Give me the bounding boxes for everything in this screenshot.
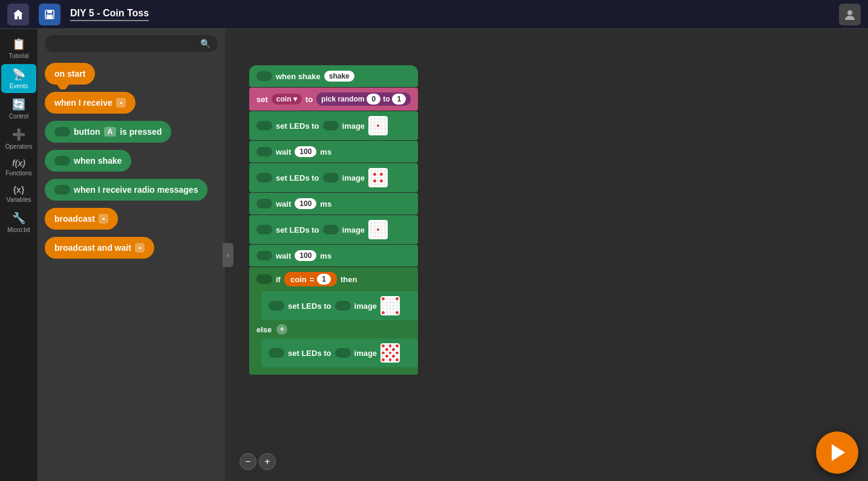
broadcast-wait-block[interactable]: broadcast and wait ▪	[45, 237, 154, 259]
pick-random-block: pick random 0 to 1	[316, 92, 411, 106]
pick-to-label: to	[383, 95, 390, 103]
events-icon: 📡	[12, 68, 25, 81]
block-panel: 🔍 on start when I receive ▪ button A is …	[38, 29, 225, 481]
set-leds-3-block[interactable]: set LEDs to image	[249, 215, 418, 244]
canvas-area[interactable]: when shake shake set coin ▾ to pick rand…	[225, 29, 868, 481]
canvas-connector-1	[256, 71, 272, 81]
if-label: if	[276, 275, 281, 284]
canvas-connector-12	[335, 301, 351, 311]
sidebar-item-control[interactable]: 🔄 Control	[1, 94, 36, 123]
led-image-else[interactable]	[380, 343, 400, 363]
search-input[interactable]	[52, 39, 195, 48]
else-plus-button[interactable]: +	[276, 324, 287, 335]
sidebar-item-tutorial-label: Tutorial	[9, 53, 29, 59]
sidebar-item-microbit[interactable]: 🔧 Micro:bit	[1, 208, 36, 237]
sidebar-item-functions[interactable]: f(x) Functions	[1, 155, 36, 180]
canvas-connector-3	[323, 121, 339, 131]
broadcast-wait-label: broadcast and wait	[54, 243, 131, 253]
set-leds-1-block[interactable]: set LEDs to image	[249, 111, 418, 140]
sidebar-item-operators[interactable]: ➕ Operators	[1, 124, 36, 153]
to-label: to	[305, 95, 313, 104]
canvas-connector-2	[256, 121, 272, 131]
set-leds-if-block[interactable]: set LEDs to image	[261, 291, 418, 320]
if-connector	[256, 274, 272, 284]
set-leds-3-label: set LEDs to	[276, 225, 319, 234]
canvas-connector-5	[256, 173, 272, 182]
set-coin-block[interactable]: set coin ▾ to pick random 0 to 1	[249, 88, 418, 111]
if-footer	[249, 367, 418, 375]
set-leds-2-label: set LEDs to	[276, 173, 319, 182]
if-header[interactable]: if coin = 1 then	[249, 267, 418, 291]
zoom-in-icon: +	[264, 456, 270, 467]
pick-random-label: pick random	[321, 95, 364, 103]
set-leds-1-label: set LEDs to	[276, 121, 319, 131]
page-title: DIY 5 - Coin Toss	[70, 8, 149, 21]
led-image-2[interactable]	[368, 168, 388, 187]
play-button[interactable]	[816, 431, 858, 474]
if-condition[interactable]: coin = 1	[284, 272, 337, 286]
search-bar: 🔍	[38, 29, 225, 58]
sidebar-item-variables[interactable]: {x} Variables	[1, 181, 36, 207]
svg-rect-1	[47, 10, 52, 13]
sidebar-item-tutorial[interactable]: 📋 Tutorial	[1, 34, 36, 63]
image-2-label: image	[342, 173, 365, 182]
led-image-3[interactable]	[368, 220, 388, 239]
broadcast-badge: ▪	[99, 214, 108, 224]
canvas-connector-6	[323, 173, 339, 182]
when-shake-canvas-label: when shake	[276, 72, 321, 81]
code-container: when shake shake set coin ▾ to pick rand…	[249, 65, 418, 375]
led-image-1[interactable]	[368, 116, 388, 135]
search-input-wrap[interactable]: 🔍	[45, 35, 218, 52]
wait-1-ms-val: 100	[295, 146, 316, 157]
else-label: else	[256, 325, 272, 334]
wait-3-block[interactable]: wait 100 ms	[249, 245, 418, 266]
sidebar-item-control-label: Control	[9, 113, 28, 120]
block-notch	[57, 85, 69, 89]
if-coin-label: coin	[290, 275, 307, 284]
main-code-stack: when shake shake set coin ▾ to pick rand…	[249, 65, 418, 375]
sidebar-item-events[interactable]: 📡 Events	[1, 64, 36, 93]
canvas-connector-9	[323, 225, 339, 234]
sidebar-item-microbit-label: Micro:bit	[7, 227, 30, 233]
image-if-label: image	[354, 302, 377, 311]
button-a-badge: A	[104, 127, 117, 137]
zoom-in-button[interactable]: +	[259, 453, 276, 470]
play-icon	[832, 444, 845, 461]
svg-point-3	[847, 10, 852, 15]
set-leds-else-block[interactable]: set LEDs to image	[261, 338, 418, 367]
coin-var-pill: coin ▾	[272, 94, 302, 105]
led-image-if[interactable]	[380, 296, 400, 315]
sidebar-item-events-label: Events	[10, 83, 28, 89]
blocks-list: on start when I receive ▪ button A is pr…	[38, 58, 225, 481]
when-shake-canvas-block[interactable]: when shake shake	[249, 65, 418, 87]
sidebar-item-variables-label: Variables	[7, 196, 31, 203]
wait-1-block[interactable]: wait 100 ms	[249, 141, 418, 163]
button-pressed-block[interactable]: button A is pressed	[45, 121, 171, 143]
broadcast-wait-badge: ▪	[135, 243, 145, 253]
set-leds-2-block[interactable]: set LEDs to image	[249, 163, 418, 192]
collapse-icon: ‹	[227, 252, 229, 259]
on-start-label: on start	[54, 69, 85, 79]
block-connector-3	[54, 185, 70, 195]
block-connector	[54, 127, 70, 137]
sidebar-item-functions-label: Functions	[5, 170, 31, 176]
broadcast-block[interactable]: broadcast ▪	[45, 208, 118, 230]
on-start-block[interactable]: on start	[45, 63, 95, 85]
when-receive-block[interactable]: when I receive ▪	[45, 92, 135, 114]
save-button[interactable]	[39, 4, 60, 25]
home-button[interactable]	[7, 4, 29, 25]
wait-2-block[interactable]: wait 100 ms	[249, 193, 418, 215]
if-else-block: if coin = 1 then set LEDs to	[249, 267, 418, 375]
zoom-out-button[interactable]: −	[240, 453, 256, 470]
user-avatar[interactable]	[839, 4, 861, 25]
collapse-panel-button[interactable]: ‹	[223, 243, 233, 267]
operators-icon: ➕	[12, 128, 25, 141]
wait-1-label: wait	[276, 147, 291, 157]
when-receive-radio-block[interactable]: when I receive radio messages	[45, 179, 207, 201]
when-shake-label: when shake	[74, 156, 122, 166]
when-shake-block[interactable]: when shake	[45, 150, 131, 172]
else-body: set LEDs to image	[261, 338, 418, 367]
set-leds-else-label: set LEDs to	[288, 349, 331, 358]
control-icon: 🔄	[12, 98, 25, 111]
zoom-controls: − +	[240, 453, 276, 470]
